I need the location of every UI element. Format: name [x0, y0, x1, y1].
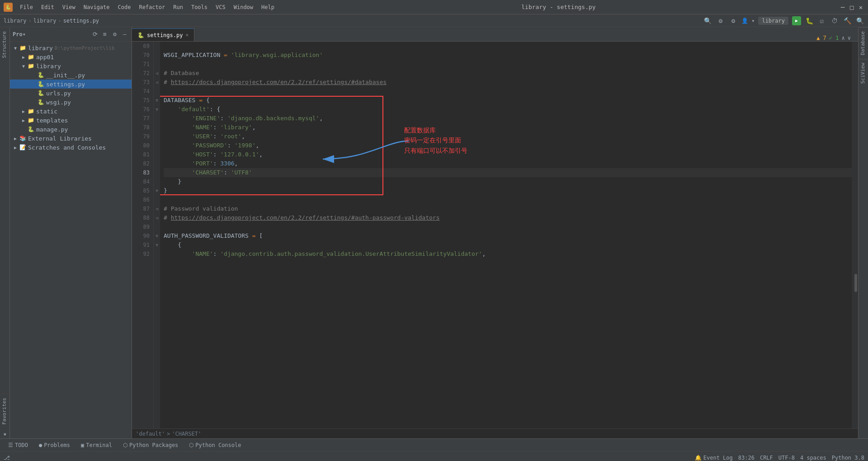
tree-item-library-root[interactable]: ▼ 📁 library D:\pythonProject\lib — [10, 43, 132, 52]
code-line-87: # Password validation — [164, 204, 858, 213]
collapse-icon[interactable]: ≡ — [101, 30, 109, 38]
nav-up-icon[interactable]: ∧ — [842, 35, 845, 41]
tree-item-settings[interactable]: 🐍 settings.py — [10, 80, 132, 89]
cursor-position[interactable]: 83:26 — [738, 455, 755, 461]
sciview-panel-tab[interactable]: SciView — [859, 59, 868, 87]
app-logo: 🐍 — [4, 3, 13, 12]
tab-bar: 🐍 settings.py × ▲ 7 ✓ 1 ∧ ∨ — [132, 27, 858, 42]
line-ending-item[interactable]: CRLF — [760, 455, 773, 461]
vertical-scrollbar[interactable] — [852, 42, 858, 428]
editor-warnings: ▲ 7 ✓ 1 ∧ ∨ — [816, 35, 858, 41]
tree-item-wsgi[interactable]: 🐍 wsgi.py — [10, 98, 132, 107]
bc-bottom-default: 'default' — [136, 431, 165, 437]
project-label[interactable]: Pro▾ — [13, 31, 26, 38]
structure-tab[interactable]: Structure — [0, 27, 9, 62]
terminal-tab[interactable]: ▣ Terminal — [76, 441, 117, 449]
tree-item-static[interactable]: ▶ 📁 static — [10, 107, 132, 116]
menu-view[interactable]: View — [59, 3, 79, 11]
indent-item[interactable]: 4 spaces — [800, 455, 826, 461]
close-button[interactable]: ✕ — [857, 4, 864, 11]
profile-button[interactable]: 👤 ▾ — [741, 18, 755, 24]
python-console-tab[interactable]: ⬡ Python Console — [184, 441, 245, 449]
toolbar-search-icon[interactable]: 🔍 — [855, 16, 864, 25]
maximize-button[interactable]: □ — [848, 4, 855, 11]
menu-help[interactable]: Help — [258, 3, 278, 11]
settings-icon[interactable]: ⚙ — [716, 16, 725, 25]
code-line-90: AUTH_PASSWORD_VALIDATORS = [ — [164, 231, 858, 240]
breadcrumb-library[interactable]: library — [4, 18, 27, 24]
terminal-icon: ▣ — [81, 442, 84, 448]
bc-bottom-sep: > — [167, 431, 170, 437]
breadcrumb-library2[interactable]: library — [33, 18, 57, 24]
menu-run[interactable]: Run — [170, 3, 187, 11]
tree-item-init[interactable]: 🐍 __init__.py — [10, 71, 132, 80]
problems-tab[interactable]: ● Problems — [34, 441, 75, 449]
fold-71 — [154, 60, 160, 69]
scroll-thumb[interactable] — [854, 274, 857, 292]
database-panel-tab[interactable]: Database — [859, 27, 868, 59]
menu-refactor[interactable]: Refactor — [135, 3, 169, 11]
run-config-dropdown[interactable]: library — [758, 17, 788, 25]
encoding-item[interactable]: UTF-8 — [778, 455, 795, 461]
star-icon[interactable]: ★ — [0, 428, 10, 438]
menu-window[interactable]: Window — [230, 3, 257, 11]
run-button[interactable]: ▶ — [792, 16, 801, 25]
no-arrow-init — [30, 71, 37, 79]
code-line-74 — [164, 87, 858, 96]
tree-item-manage[interactable]: 🐍 manage.py — [10, 125, 132, 134]
nav-down-icon[interactable]: ∨ — [848, 35, 851, 41]
line-ending-label: CRLF — [760, 455, 773, 461]
tree-item-urls[interactable]: 🐍 urls.py — [10, 89, 132, 98]
profile-run-icon[interactable]: ⏱ — [830, 16, 839, 25]
ln-80: 80 — [132, 141, 153, 150]
search-icon[interactable]: 🔍 — [703, 16, 712, 25]
event-log-item[interactable]: 🔔 Event Log — [695, 455, 733, 461]
minimize-panel-icon[interactable]: — — [121, 30, 129, 38]
python-version-label: Python 3.8 — [832, 455, 864, 461]
vcs-status[interactable]: ⎇ — [4, 455, 10, 461]
ln-86: 86 — [132, 195, 153, 204]
fold-87: ◁ — [154, 204, 160, 213]
code-line-80: 'PASSWORD': '1998', — [164, 141, 858, 150]
sync-icon[interactable]: ⟳ — [91, 30, 99, 38]
tab-settings-py[interactable]: 🐍 settings.py × — [132, 28, 194, 41]
tree-item-app01[interactable]: ▶ 📁 app01 — [10, 52, 132, 61]
code-line-84: } — [164, 177, 858, 186]
menu-vcs[interactable]: VCS — [212, 3, 229, 11]
configure-icon[interactable]: ⚙ — [111, 30, 119, 38]
menu-tools[interactable]: Tools — [188, 3, 211, 11]
ln-88: 88 — [132, 213, 153, 222]
fold-gutter: ◁ ◁ ▽ ▽ ▽ ◁ ◁ ▽ ▽ — [154, 42, 160, 428]
menu-code[interactable]: Code — [114, 3, 135, 11]
build-icon[interactable]: 🔨 — [843, 16, 852, 25]
python-version-item[interactable]: Python 3.8 — [832, 455, 864, 461]
tree-item-scratches[interactable]: ▶ 📝 Scratches and Consoles — [10, 143, 132, 152]
tab-close-button[interactable]: × — [185, 32, 189, 38]
fold-72: ◁ — [154, 69, 160, 78]
ln-84: 84 — [132, 177, 153, 186]
minimize-button[interactable]: ─ — [839, 4, 846, 11]
python-packages-tab[interactable]: ⬡ Python Packages — [118, 441, 183, 449]
todo-tab[interactable]: ☰ TODO — [4, 441, 33, 449]
code-text-area[interactable]: WSGI_APPLICATION = 'library.wsgi.applica… — [160, 42, 858, 428]
tree-item-templates[interactable]: ▶ 📁 templates — [10, 116, 132, 125]
fold-92 — [154, 249, 160, 259]
fold-85: ▽ — [154, 186, 160, 195]
breadcrumb-file[interactable]: settings.py — [63, 18, 99, 24]
status-bar: ⎇ 🔔 Event Log 83:26 CRLF UTF-8 4 spaces … — [0, 451, 868, 461]
gear-icon[interactable]: ⚙ — [729, 16, 738, 25]
tree-item-ext-libs[interactable]: ▶ 📚 External Libraries — [10, 134, 132, 143]
status-right: 🔔 Event Log 83:26 CRLF UTF-8 4 spaces Py… — [695, 455, 864, 461]
coverage-icon[interactable]: ☑ — [817, 16, 826, 25]
favorites-tab[interactable]: Favorites — [0, 394, 9, 428]
menu-edit[interactable]: Edit — [38, 3, 58, 11]
line-number-gutter: 69 70 71 72 73 74 75 76 77 78 79 80 81 8… — [132, 42, 154, 428]
tree-label-scratches: Scratches and Consoles — [28, 144, 106, 151]
menu-file[interactable]: File — [16, 3, 37, 11]
status-left: ⎇ — [4, 455, 10, 461]
code-line-85: } — [164, 186, 858, 195]
tree-item-library-inner[interactable]: ▼ 📁 library — [10, 61, 132, 71]
menu-navigate[interactable]: Navigate — [80, 3, 113, 11]
tree-label-library-root: library — [28, 45, 53, 52]
debug-icon[interactable]: 🐛 — [805, 16, 814, 25]
